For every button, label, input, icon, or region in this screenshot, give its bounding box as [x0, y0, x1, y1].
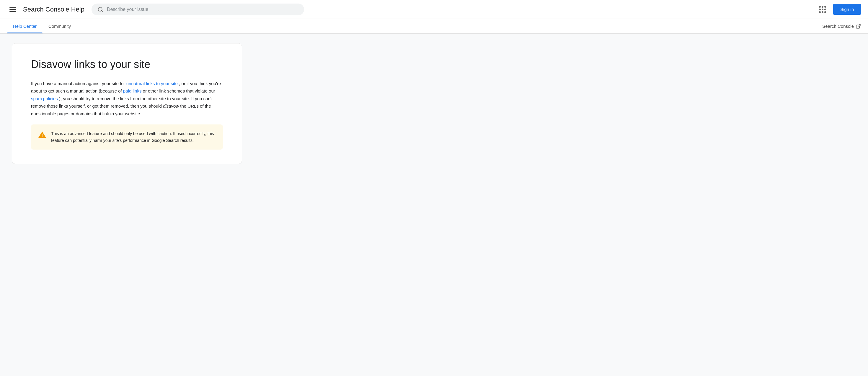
- tab-help-center[interactable]: Help Center: [7, 19, 42, 33]
- search-icon: [97, 6, 103, 12]
- search-console-link[interactable]: Search Console: [822, 24, 861, 29]
- warning-box: ! This is an advanced feature and should…: [31, 124, 223, 150]
- search-console-link-text: Search Console: [822, 24, 854, 29]
- main-content: Disavow links to your site If you have a…: [0, 34, 354, 174]
- article-title: Disavow links to your site: [31, 58, 223, 71]
- search-bar-wrapper: [92, 4, 304, 16]
- site-title: Search Console Help: [23, 6, 85, 13]
- tab-community[interactable]: Community: [42, 19, 77, 33]
- article-disavow-italic: disavow: [163, 104, 179, 109]
- header-left: Search Console Help: [7, 5, 85, 14]
- header: Search Console Help Sign in: [0, 0, 868, 19]
- spam-policies-link[interactable]: spam policies: [31, 96, 58, 101]
- article-mid2-text: or other link schemes that violate our: [143, 88, 215, 93]
- nav-tabs: Help Center Community Search Console: [0, 19, 868, 34]
- apps-grid-icon[interactable]: [817, 4, 829, 16]
- article-body: If you have a manual action against your…: [31, 80, 223, 118]
- warning-icon: !: [38, 131, 46, 139]
- menu-icon[interactable]: [7, 5, 18, 14]
- svg-text:!: !: [42, 133, 43, 138]
- nav-tabs-right: Search Console: [822, 24, 861, 29]
- nav-tabs-left: Help Center Community: [7, 19, 77, 33]
- svg-line-1: [101, 10, 103, 11]
- paid-links-link[interactable]: paid links: [123, 88, 142, 93]
- header-right: Sign in: [817, 4, 861, 16]
- search-bar: [92, 4, 304, 16]
- svg-line-2: [858, 24, 860, 27]
- warning-text: This is an advanced feature and should o…: [51, 131, 216, 144]
- external-link-icon: [856, 24, 861, 29]
- search-input[interactable]: [107, 7, 298, 12]
- article-intro-text: If you have a manual action against your…: [31, 81, 126, 86]
- sign-in-button[interactable]: Sign in: [833, 4, 861, 15]
- article-card: Disavow links to your site If you have a…: [12, 43, 242, 164]
- grid-dots: [819, 6, 826, 13]
- unnatural-links-link[interactable]: unnatural links to your site: [126, 81, 178, 86]
- warning-triangle-icon: !: [38, 131, 46, 138]
